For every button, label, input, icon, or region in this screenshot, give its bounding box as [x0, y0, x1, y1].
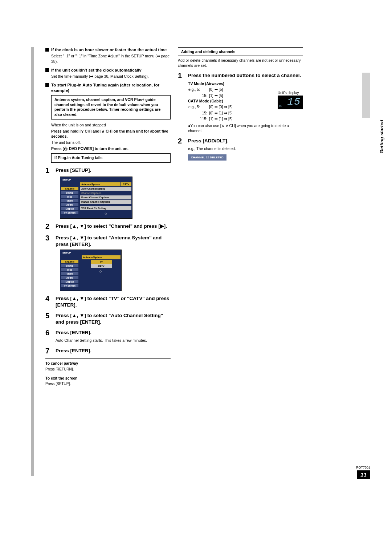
step-number: 3	[45, 234, 56, 247]
step-number: 1	[45, 166, 56, 174]
menu-options: Antenna System TV CATV ◇	[80, 255, 121, 288]
menu-nav-item: Audio	[61, 276, 78, 279]
right-step-2: 2 Press [ADD/DLT].	[178, 137, 303, 145]
menu-nav-item: Display	[61, 207, 78, 210]
menu-option: Preset Channel Captions	[80, 195, 131, 199]
cancel-note: To cancel partway	[45, 361, 171, 366]
step-1: 1 Press [SETUP].	[45, 166, 171, 174]
menu-screenshot-2: SETUP Channel Set Up Disc Video Audio Di…	[60, 250, 122, 291]
heading-clock: If the clock is an hour slower or faster…	[45, 47, 171, 52]
step-text: Press [SETUP].	[56, 166, 91, 174]
right-step-1: 1 Press the numbered buttons to select a…	[178, 72, 303, 80]
menu-nav: Channel Set Up Disc Video Audio Display …	[61, 187, 78, 215]
step-text: Press [▲, ▼] to select "TV" or "CATV" an…	[56, 295, 171, 308]
step-text: Press [▲, ▼] to select "Antenna System" …	[56, 234, 171, 247]
bullet-square-icon	[45, 48, 49, 52]
step-substep: Auto Channel Setting starts. This takes …	[56, 338, 171, 343]
step-text: Press [ENTER].	[56, 329, 91, 337]
dpad-icon: ◇	[80, 270, 121, 273]
menu-nav-item: Video	[61, 272, 78, 275]
step-number: 5	[45, 312, 56, 325]
menu-label: SETUP	[61, 251, 80, 255]
right-column: Adding and deleting channels Add or dele…	[178, 47, 303, 161]
step-line: Press [⏻ DVD POWER] to turn the unit on.	[51, 146, 171, 151]
exit-note: To exit the screen	[45, 376, 171, 381]
step-text: Press [▲, ▼] to select "Auto Channel Set…	[56, 312, 171, 325]
menu-nav: Channel Set Up Disc Video Audio Display …	[61, 260, 78, 288]
step-text: Press the numbered buttons to select a c…	[188, 72, 301, 80]
page-content: If the clock is an hour slower or faster…	[34, 47, 361, 161]
step-number: 4	[45, 295, 56, 308]
table-row: 15:[1] ➡ [5]	[188, 93, 223, 99]
table-row: 115:[1] ➡ [1] ➡ [5]	[188, 116, 233, 122]
unit-display-label: Unit's display	[278, 91, 303, 95]
table-row: e.g., 5:[0] ➡ [0] ➡ [5]	[188, 104, 233, 110]
menu-option: TV	[91, 260, 112, 264]
section-intro: Add or delete channels if necessary chan…	[178, 58, 303, 68]
menu-nav-item: Disc	[61, 268, 78, 271]
heading-retune: To start Plug-in Auto Tuning again (afte…	[45, 82, 171, 93]
menu-option: VCR Plus+ CH Setting	[80, 206, 131, 210]
step-5: 5 Press [▲, ▼] to select "Auto Channel S…	[45, 312, 171, 325]
step-number: 1	[178, 72, 188, 80]
step-text: Press [▲, ▼] to select "Channel" and pre…	[56, 222, 167, 230]
lcd-ch-label: CH	[279, 105, 282, 108]
step-number: 7	[45, 347, 56, 355]
menu-nav-item: Set Up	[61, 191, 78, 194]
step-4: 4 Press [▲, ▼] to select "TV" or "CATV" …	[45, 295, 171, 308]
step-6: 6 Press [ENTER].	[45, 329, 171, 337]
menu-option-header: Antenna System	[80, 182, 121, 186]
menu-option: Manual Channel Captions	[80, 200, 131, 204]
exit-note-body: Press [SETUP].	[45, 381, 171, 386]
step-3: 3 Press [▲, ▼] to select "Antenna System…	[45, 234, 171, 247]
section-box: Adding and deleting channels	[178, 47, 303, 56]
step-7: 7 Press [ENTER].	[45, 347, 171, 355]
menu-options: Antenna System CATV Auto Channel Setting…	[80, 182, 131, 215]
dpad-icon: ◇	[80, 212, 131, 215]
divider	[45, 358, 171, 359]
menu-nav-item: Audio	[61, 203, 78, 206]
warning-box: Antenna system, channel caption, and VCR…	[51, 95, 171, 119]
fail-box: If Plug-in Auto Tuning fails	[51, 153, 171, 163]
bullet-square-icon	[45, 68, 49, 72]
section-tab	[362, 73, 370, 118]
deleted-badge: CHANNEL 15 DELETED	[188, 154, 226, 161]
menu-screenshot-1: SETUP Channel Set Up Disc Video Audio Di…	[60, 177, 132, 219]
step-2: 2 Press [▲, ▼] to select "Channel" and p…	[45, 222, 171, 230]
menu-option: Auto Channel Setting	[80, 187, 131, 191]
lcd-display: CH 15	[278, 96, 303, 109]
tv-mode-header: TV Mode (Airwaves)	[188, 81, 261, 86]
menu-nav-item: Display	[61, 280, 78, 283]
lcd-value: 15	[287, 96, 301, 108]
footer-page-number: 11	[357, 470, 370, 479]
heading-text: If the unit couldn't set the clock autom…	[51, 68, 142, 73]
channel-note: ●You can also use [∧ ∨ CH] when you are …	[188, 123, 303, 133]
menu-nav-item: Channel	[61, 260, 78, 263]
bullet-square-icon	[45, 83, 49, 87]
step-text: Press [ENTER].	[56, 347, 91, 355]
menu-option-value: CATV	[121, 182, 131, 186]
unit-display: Unit's display CH 15	[278, 91, 303, 109]
cancel-note-body: Press [RETURN].	[45, 367, 171, 372]
menu-label: SETUP	[61, 178, 80, 182]
section-label: Getting started	[379, 120, 384, 153]
table-row: 15:[0] ➡ [1] ➡ [5]	[188, 110, 233, 116]
menu-nav-item: TV Screen	[61, 211, 78, 214]
menu-option: CATV	[91, 264, 112, 268]
heading-text: If the clock is an hour slower or faster…	[51, 47, 167, 52]
menu-option-header: Antenna System	[82, 255, 121, 259]
body-text: Select "−1" or "+1" in "Time Zone Adjust…	[51, 53, 171, 64]
heading-text: To start Plug-in Auto Tuning again (afte…	[51, 82, 171, 93]
step-number: 2	[45, 222, 56, 230]
heading-autoclock: If the unit couldn't set the clock autom…	[45, 68, 171, 73]
catv-mode-header: CATV Mode (Cable)	[188, 98, 261, 104]
body-text: Set the time manually (➡ page 38, Manual…	[51, 74, 171, 79]
footer-id: RQT7301	[356, 466, 370, 469]
steps-intro: When the unit is on and stopped	[51, 122, 171, 127]
table-row: e.g., 5:[0] ➡ [5]	[188, 86, 223, 93]
step-substep: e.g., The channel is deleted.	[188, 146, 303, 151]
menu-nav-item: Set Up	[61, 264, 78, 267]
step-number: 2	[178, 137, 188, 145]
menu-nav-item: Video	[61, 199, 78, 202]
left-strip	[31, 47, 34, 476]
